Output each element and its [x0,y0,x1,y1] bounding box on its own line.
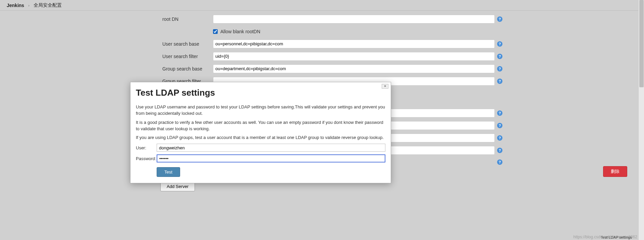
user-search-filter-label: User search filter [0,54,213,59]
delete-button[interactable]: 删除 [603,166,627,177]
modal-text-2: It is a good practice to verify a few ot… [136,119,385,132]
password-label: Password: [136,156,157,161]
help-icon[interactable]: ? [497,66,502,71]
test-button[interactable]: Test [157,167,180,177]
scrollbar-thumb[interactable] [639,0,644,87]
modal-text-1: Use your LDAP username and password to t… [136,104,385,117]
user-search-base-input[interactable] [213,40,495,48]
vertical-scrollbar[interactable] [638,0,644,240]
root-dn-input[interactable] [213,15,495,23]
breadcrumb-current: 全局安全配置 [34,2,62,8]
breadcrumb-separator-icon: › [28,3,30,7]
user-search-base-label: User search base [0,41,213,47]
group-search-base-label: Group search base [0,66,213,71]
root-dn-label: root DN [0,16,213,22]
help-icon[interactable]: ? [497,16,502,22]
help-icon[interactable]: ? [497,135,502,141]
close-icon[interactable]: ✕ [382,84,388,89]
breadcrumb-root[interactable]: Jenkins [7,3,24,8]
help-icon[interactable]: ? [497,79,502,84]
user-label: User: [136,145,157,150]
password-input[interactable] [157,154,385,162]
help-icon[interactable]: ? [497,148,502,153]
allow-blank-rootdn-label: Allow blank rootDN [220,29,260,34]
user-input[interactable] [157,144,385,152]
test-ldap-modal: ✕ Test LDAP settings Use your LDAP usern… [130,82,391,183]
group-search-base-input[interactable] [213,64,495,73]
help-icon[interactable]: ? [497,123,502,128]
help-icon[interactable]: ? [497,159,502,165]
user-search-filter-input[interactable] [213,52,495,61]
help-icon[interactable]: ? [497,110,502,116]
breadcrumb: Jenkins › 全局安全配置 [0,0,644,11]
modal-title: Test LDAP settings [130,82,391,101]
watermark-text: https://blog.csdn.net/zhanremo3062 [573,235,637,239]
modal-text-3: If you are using LDAP groups, test a use… [136,135,385,141]
help-icon[interactable]: ? [497,54,502,59]
help-icon[interactable]: ? [497,41,502,47]
allow-blank-rootdn-checkbox[interactable] [213,29,218,34]
